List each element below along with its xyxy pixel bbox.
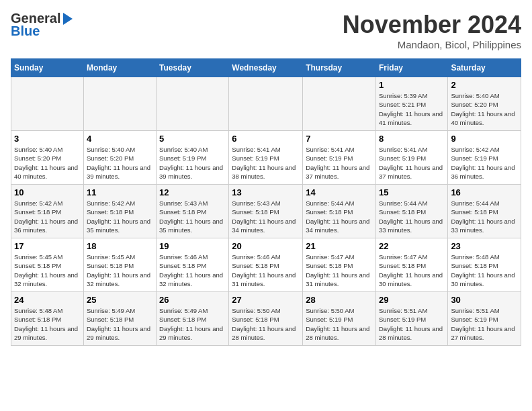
calendar-cell: 20Sunrise: 5:46 AM Sunset: 5:18 PM Dayli… <box>229 238 303 292</box>
day-number: 14 <box>306 187 373 197</box>
weekday-header-monday: Monday <box>83 59 156 77</box>
day-number: 3 <box>14 134 81 144</box>
day-number: 8 <box>379 134 445 144</box>
day-number: 19 <box>159 241 226 251</box>
day-number: 1 <box>379 80 445 90</box>
day-info: Sunrise: 5:47 AM Sunset: 5:18 PM Dayligh… <box>379 253 445 288</box>
day-info: Sunrise: 5:45 AM Sunset: 5:18 PM Dayligh… <box>14 253 81 288</box>
day-number: 15 <box>379 187 445 197</box>
day-info: Sunrise: 5:50 AM Sunset: 5:18 PM Dayligh… <box>232 306 300 342</box>
calendar-cell: 24Sunrise: 5:48 AM Sunset: 5:18 PM Dayli… <box>11 292 84 346</box>
calendar-cell: 16Sunrise: 5:44 AM Sunset: 5:18 PM Dayli… <box>448 185 521 238</box>
day-info: Sunrise: 5:49 AM Sunset: 5:18 PM Dayligh… <box>87 306 153 342</box>
calendar-cell: 15Sunrise: 5:44 AM Sunset: 5:18 PM Dayli… <box>375 185 447 238</box>
day-info: Sunrise: 5:44 AM Sunset: 5:18 PM Dayligh… <box>379 199 445 234</box>
calendar-cell: 8Sunrise: 5:41 AM Sunset: 5:19 PM Daylig… <box>375 131 447 185</box>
day-info: Sunrise: 5:42 AM Sunset: 5:19 PM Dayligh… <box>451 145 518 181</box>
calendar-cell: 2Sunrise: 5:40 AM Sunset: 5:20 PM Daylig… <box>448 77 521 131</box>
day-info: Sunrise: 5:43 AM Sunset: 5:18 PM Dayligh… <box>232 199 300 234</box>
logo-blue: Blue <box>11 24 40 39</box>
weekday-header-wednesday: Wednesday <box>229 59 303 77</box>
day-number: 27 <box>232 295 300 305</box>
calendar-cell: 6Sunrise: 5:41 AM Sunset: 5:19 PM Daylig… <box>229 131 303 185</box>
day-number: 2 <box>451 80 518 90</box>
calendar-cell: 17Sunrise: 5:45 AM Sunset: 5:18 PM Dayli… <box>11 238 84 292</box>
month-title: November 2024 <box>343 11 521 39</box>
calendar-cell: 13Sunrise: 5:43 AM Sunset: 5:18 PM Dayli… <box>229 185 303 238</box>
day-number: 20 <box>232 241 300 251</box>
day-info: Sunrise: 5:42 AM Sunset: 5:18 PM Dayligh… <box>14 199 81 234</box>
header: General Blue November 2024 Mandaon, Bico… <box>11 11 521 50</box>
calendar-cell: 27Sunrise: 5:50 AM Sunset: 5:18 PM Dayli… <box>229 292 303 346</box>
weekday-header-row: SundayMondayTuesdayWednesdayThursdayFrid… <box>11 59 521 77</box>
calendar-week-row: 3Sunrise: 5:40 AM Sunset: 5:20 PM Daylig… <box>11 131 521 185</box>
calendar-cell <box>229 77 303 131</box>
day-info: Sunrise: 5:43 AM Sunset: 5:18 PM Dayligh… <box>159 199 226 234</box>
calendar-cell: 10Sunrise: 5:42 AM Sunset: 5:18 PM Dayli… <box>11 185 84 238</box>
calendar-cell: 28Sunrise: 5:50 AM Sunset: 5:19 PM Dayli… <box>303 292 376 346</box>
day-info: Sunrise: 5:42 AM Sunset: 5:18 PM Dayligh… <box>87 199 153 234</box>
day-info: Sunrise: 5:46 AM Sunset: 5:18 PM Dayligh… <box>232 253 300 288</box>
calendar-cell: 19Sunrise: 5:46 AM Sunset: 5:18 PM Dayli… <box>157 238 229 292</box>
calendar-week-row: 17Sunrise: 5:45 AM Sunset: 5:18 PM Dayli… <box>11 238 521 292</box>
day-info: Sunrise: 5:40 AM Sunset: 5:19 PM Dayligh… <box>159 145 226 181</box>
day-info: Sunrise: 5:40 AM Sunset: 5:20 PM Dayligh… <box>87 145 153 181</box>
calendar-cell: 4Sunrise: 5:40 AM Sunset: 5:20 PM Daylig… <box>83 131 156 185</box>
calendar-cell <box>83 77 156 131</box>
day-info: Sunrise: 5:41 AM Sunset: 5:19 PM Dayligh… <box>306 145 373 181</box>
day-info: Sunrise: 5:40 AM Sunset: 5:20 PM Dayligh… <box>14 145 81 181</box>
weekday-header-saturday: Saturday <box>448 59 521 77</box>
day-number: 13 <box>232 187 300 197</box>
day-number: 23 <box>451 241 518 251</box>
day-number: 5 <box>159 134 226 144</box>
calendar-cell: 18Sunrise: 5:45 AM Sunset: 5:18 PM Dayli… <box>83 238 156 292</box>
calendar-table: SundayMondayTuesdayWednesdayThursdayFrid… <box>11 58 521 346</box>
calendar-cell: 22Sunrise: 5:47 AM Sunset: 5:18 PM Dayli… <box>375 238 447 292</box>
calendar-cell: 30Sunrise: 5:51 AM Sunset: 5:19 PM Dayli… <box>448 292 521 346</box>
weekday-header-thursday: Thursday <box>303 59 376 77</box>
day-number: 25 <box>87 295 153 305</box>
day-number: 24 <box>14 295 81 305</box>
calendar-cell: 9Sunrise: 5:42 AM Sunset: 5:19 PM Daylig… <box>448 131 521 185</box>
day-info: Sunrise: 5:48 AM Sunset: 5:18 PM Dayligh… <box>14 306 81 342</box>
day-number: 10 <box>14 187 81 197</box>
day-info: Sunrise: 5:45 AM Sunset: 5:18 PM Dayligh… <box>87 253 153 288</box>
calendar-cell: 23Sunrise: 5:48 AM Sunset: 5:18 PM Dayli… <box>448 238 521 292</box>
calendar-cell: 14Sunrise: 5:44 AM Sunset: 5:18 PM Dayli… <box>303 185 376 238</box>
calendar-cell: 12Sunrise: 5:43 AM Sunset: 5:18 PM Dayli… <box>157 185 229 238</box>
calendar-week-row: 10Sunrise: 5:42 AM Sunset: 5:18 PM Dayli… <box>11 185 521 238</box>
day-number: 22 <box>379 241 445 251</box>
calendar-cell: 11Sunrise: 5:42 AM Sunset: 5:18 PM Dayli… <box>83 185 156 238</box>
day-info: Sunrise: 5:49 AM Sunset: 5:18 PM Dayligh… <box>159 306 226 342</box>
title-section: November 2024 Mandaon, Bicol, Philippine… <box>343 11 521 50</box>
day-info: Sunrise: 5:51 AM Sunset: 5:19 PM Dayligh… <box>451 306 518 342</box>
day-number: 17 <box>14 241 81 251</box>
day-info: Sunrise: 5:47 AM Sunset: 5:18 PM Dayligh… <box>306 253 373 288</box>
calendar-cell: 5Sunrise: 5:40 AM Sunset: 5:19 PM Daylig… <box>157 131 229 185</box>
weekday-header-tuesday: Tuesday <box>157 59 229 77</box>
day-number: 4 <box>87 134 153 144</box>
day-number: 29 <box>379 295 445 305</box>
day-number: 16 <box>451 187 518 197</box>
weekday-header-friday: Friday <box>375 59 447 77</box>
day-number: 7 <box>306 134 373 144</box>
day-number: 21 <box>306 241 373 251</box>
day-info: Sunrise: 5:50 AM Sunset: 5:19 PM Dayligh… <box>306 306 373 342</box>
logo: General Blue <box>11 11 73 39</box>
day-number: 12 <box>159 187 226 197</box>
calendar-week-row: 24Sunrise: 5:48 AM Sunset: 5:18 PM Dayli… <box>11 292 521 346</box>
day-info: Sunrise: 5:48 AM Sunset: 5:18 PM Dayligh… <box>451 253 518 288</box>
calendar-cell <box>303 77 376 131</box>
day-info: Sunrise: 5:46 AM Sunset: 5:18 PM Dayligh… <box>159 253 226 288</box>
calendar-cell: 25Sunrise: 5:49 AM Sunset: 5:18 PM Dayli… <box>83 292 156 346</box>
day-info: Sunrise: 5:41 AM Sunset: 5:19 PM Dayligh… <box>232 145 300 181</box>
calendar-cell: 1Sunrise: 5:39 AM Sunset: 5:21 PM Daylig… <box>375 77 447 131</box>
calendar-cell: 3Sunrise: 5:40 AM Sunset: 5:20 PM Daylig… <box>11 131 84 185</box>
day-number: 28 <box>306 295 373 305</box>
weekday-header-sunday: Sunday <box>11 59 84 77</box>
day-info: Sunrise: 5:40 AM Sunset: 5:20 PM Dayligh… <box>451 91 518 127</box>
day-number: 18 <box>87 241 153 251</box>
day-number: 11 <box>87 187 153 197</box>
day-info: Sunrise: 5:39 AM Sunset: 5:21 PM Dayligh… <box>379 91 445 127</box>
day-number: 30 <box>451 295 518 305</box>
